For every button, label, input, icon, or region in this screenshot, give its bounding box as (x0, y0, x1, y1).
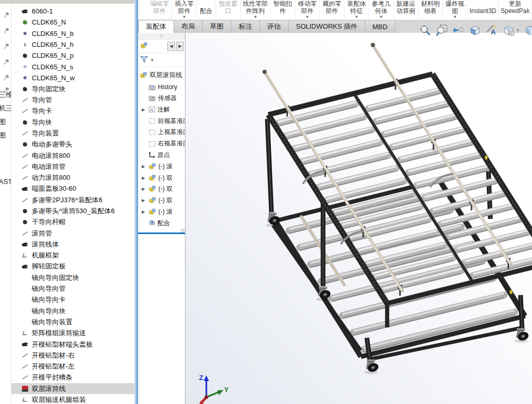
tree-item[interactable]: ▶(-) 双 (138, 195, 185, 206)
view-orientation-icon[interactable]: ▼ (502, 23, 521, 37)
ribbon-button[interactable]: Instant3D (467, 0, 499, 20)
list-item[interactable]: 多谢带2PJ376^装配体6 (11, 194, 134, 205)
tab-scroll-left-icon[interactable]: ◀ (167, 42, 175, 51)
rollback-bar[interactable] (138, 230, 185, 236)
ribbon-button[interactable]: 装配体特征▼ (344, 0, 369, 20)
list-item[interactable]: 滚筒线体 (11, 239, 134, 250)
section-view-icon[interactable] (468, 23, 482, 37)
list-item[interactable]: 电动滚筒管 (11, 161, 134, 172)
ribbon-button[interactable]: 智能扣件 (270, 0, 295, 20)
taskpane-tab-fragment[interactable]: AST (0, 177, 11, 186)
list-item[interactable]: 电动多谢带头 (11, 139, 134, 150)
tree-item[interactable]: 前视基准面 (138, 115, 185, 127)
list-item[interactable]: 多谢带头^滚筒530_装配体6 (11, 205, 134, 216)
tree-item[interactable]: 传感器 (138, 93, 185, 104)
taskpane-pin-icon[interactable] (0, 41, 11, 51)
list-item[interactable]: CLDK65_N_p (11, 50, 134, 61)
list-item[interactable]: 开模铝型材-右 (11, 350, 134, 361)
taskpane-tab-fragment[interactable]: 三维 (0, 90, 11, 100)
list-item[interactable]: 矩阵模组滚筒输送 (11, 328, 134, 339)
taskpane-tab-fragment[interactable]: 图 (0, 131, 11, 140)
tree-item[interactable]: 上视基准面 (138, 127, 185, 138)
tree-item[interactable]: ▶(-) 滚 (138, 206, 185, 218)
tab-MBD[interactable]: MBD (365, 20, 395, 33)
list-item[interactable]: 镜向导向固定块 (11, 272, 134, 283)
ribbon-button[interactable]: 参考几何体▼ (369, 0, 393, 20)
tab-scroll-right-icon[interactable]: ▶ (176, 42, 184, 51)
tree-root-item[interactable]: 双层滚筒线 (138, 70, 185, 81)
taskpane-pin-icon[interactable] (0, 10, 11, 19)
tree-filter-button[interactable]: ▼ (138, 53, 185, 67)
list-item[interactable]: 动力滚筒800 (11, 172, 134, 183)
list-item[interactable]: 开模铝型材-左 (11, 361, 134, 372)
model-view-3d[interactable]: Z Y (185, 33, 532, 404)
list-item[interactable]: 导向固定块 (11, 83, 134, 94)
list-item[interactable]: CLDK65_N_b (11, 28, 134, 39)
rollback-knob[interactable] (181, 229, 184, 232)
tab-SOLIDWORKS 插件[interactable]: SOLIDWORKS 插件 (289, 20, 365, 33)
featuremanager-collapse-handle[interactable] (138, 33, 185, 40)
expand-arrow-icon[interactable]: ▶ (142, 210, 145, 214)
list-item[interactable]: 镜向导向块 (11, 305, 134, 316)
zoom-area-icon[interactable] (435, 23, 449, 37)
tree-item[interactable]: 右视基准面 (138, 138, 185, 150)
list-item[interactable]: 6060-1 (11, 6, 134, 17)
list-item[interactable]: CLDK65_N_w (11, 72, 134, 83)
expand-arrow-icon[interactable]: ▶ (142, 198, 145, 203)
list-item[interactable]: 双层滚筒线 (11, 383, 134, 394)
expand-arrow-icon[interactable]: ▶ (142, 176, 145, 180)
list-item[interactable]: 机腿框架 (11, 250, 134, 261)
list-item[interactable]: CLDK65_N_h (11, 39, 134, 50)
list-item[interactable]: 双层输送机腿组装 (11, 394, 134, 404)
ribbon-button[interactable]: 更新SpeedPak (499, 0, 532, 20)
ribbon-button[interactable]: 插入零部件▼ (172, 0, 196, 20)
list-item[interactable]: 导向管 (11, 94, 134, 105)
tree-item[interactable]: 原点 (138, 150, 185, 161)
tree-item[interactable]: History (138, 81, 185, 93)
tab-布局[interactable]: 布局 (174, 20, 203, 33)
tree-item[interactable]: ▶(-) 双 (138, 183, 185, 195)
ribbon-button[interactable]: 爆炸视图▼ (443, 0, 467, 20)
list-item[interactable]: 干导向杆帽 (11, 217, 134, 228)
list-item[interactable]: 导向块 (11, 117, 134, 128)
ribbon-button[interactable]: 移动零部件▼ (295, 0, 320, 20)
display-style-icon[interactable]: ▼ (524, 23, 532, 37)
list-item[interactable]: CLDK65_N (11, 17, 134, 28)
list-item[interactable]: 导向装置 (11, 128, 134, 139)
ribbon-button[interactable]: 零部件预览窗口 (216, 0, 241, 20)
taskpane-tab-fragment[interactable]: 图 (0, 117, 11, 127)
expand-arrow-icon[interactable]: ▶ (142, 164, 145, 169)
list-item[interactable]: 镜向导向卡 (11, 295, 134, 305)
zoom-fit-icon[interactable] (418, 23, 432, 37)
taskpane-tab-fragment[interactable]: 机三 (0, 104, 11, 113)
previous-view-icon[interactable] (452, 23, 465, 37)
taskpane-pin-icon[interactable] (0, 72, 11, 82)
tree-item[interactable]: 配合 (138, 217, 185, 229)
ribbon-button[interactable]: 新建运动算例 (394, 0, 418, 20)
panel-splitter[interactable] (134, 0, 138, 404)
ribbon-button[interactable]: 显示隐藏的零部件 (320, 0, 344, 20)
featuremanager-tab-icon[interactable] (140, 42, 148, 51)
list-item[interactable]: 镜向导向管 (11, 283, 134, 294)
list-item[interactable]: 镜向导向装置 (11, 316, 134, 327)
list-item[interactable]: 电动滚筒800 (11, 150, 134, 161)
list-item[interactable]: 导向卡 (11, 106, 134, 117)
taskpane-pin-icon[interactable] (0, 26, 11, 35)
tab-评估[interactable]: 评估 (260, 20, 289, 33)
tree-item[interactable]: ▶(-) 滚 (138, 161, 185, 172)
list-item[interactable]: 脚轮固定板 (11, 261, 134, 272)
tab-标注[interactable]: 标注 (231, 20, 260, 33)
list-item[interactable]: 滚筒管 (11, 228, 134, 239)
tree-item[interactable]: ▶A注解 (138, 104, 185, 115)
ribbon-button[interactable]: 线性零部件阵列▼ (241, 0, 270, 20)
expand-arrow-icon[interactable]: ▶ (142, 107, 145, 112)
ribbon-button[interactable]: 材料明细表 (418, 0, 443, 20)
tree-item[interactable]: ▶(-) 双 (138, 172, 185, 183)
tab-装配体[interactable]: 装配体 (138, 20, 174, 33)
list-item[interactable]: 端面盖板30-60 (11, 183, 134, 194)
tab-草图[interactable]: 草图 (203, 20, 231, 33)
expand-arrow-icon[interactable]: ▶ (142, 187, 145, 191)
list-item[interactable]: 开模铝型材端头盖板 (11, 339, 134, 350)
annotation-visibility-icon[interactable]: A (485, 23, 499, 37)
ribbon-button[interactable]: 编辑零部件 (147, 0, 172, 20)
